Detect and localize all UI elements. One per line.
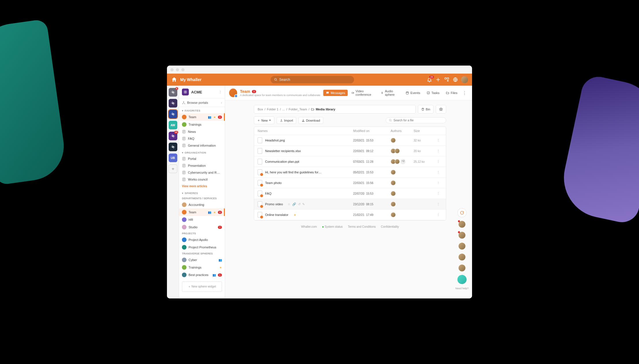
row-more-button[interactable]: ⋮ [434, 160, 442, 164]
sidebar-item[interactable]: Trainings [179, 121, 225, 128]
contact-avatar[interactable] [458, 253, 466, 261]
sidebar-item[interactable]: Cyber👥 [179, 256, 225, 264]
browse-portals[interactable]: Browse portals › [179, 99, 225, 107]
settings-button[interactable] [452, 77, 458, 83]
row-more-button[interactable]: ⋮ [434, 170, 442, 174]
tab-messages[interactable]: Messages [323, 90, 348, 96]
rail-item[interactable] [169, 110, 177, 118]
sidebar-item[interactable]: Presentation [179, 162, 225, 169]
col-authors[interactable]: Authors [391, 129, 414, 133]
row-more-button[interactable]: ⋮ [434, 139, 442, 142]
rail-item[interactable]: 9 [169, 88, 177, 97]
author-avatar[interactable] [391, 170, 396, 175]
bin-button[interactable]: Bin [418, 105, 433, 114]
tab-events[interactable]: Events [403, 90, 423, 96]
sidebar-item[interactable]: Best practices👥1 [179, 271, 225, 279]
sidebar-item[interactable]: Team👥★3 [179, 113, 225, 121]
section-spheres[interactable]: ▾SPHERES [179, 189, 225, 196]
breadcrumb-part[interactable]: Box [258, 108, 263, 111]
tab-files[interactable]: Files [443, 90, 460, 96]
global-search-input[interactable] [279, 78, 351, 82]
new-sphere-widget[interactable]: ＋ New sphere widget [182, 281, 222, 292]
traffic-light-minimize[interactable] [176, 68, 179, 71]
col-size[interactable]: Size [414, 129, 434, 133]
section-favorites[interactable]: ▾FAVORITES [179, 107, 225, 113]
author-avatar[interactable] [395, 159, 400, 164]
rail-add-button[interactable]: ＋ [169, 164, 177, 173]
contact-avatar[interactable] [458, 231, 466, 239]
table-row[interactable]: FAQ22/07/2015:53⋮ [254, 188, 446, 199]
breadcrumb-part[interactable]: ... [282, 108, 285, 111]
favorite-button[interactable] [436, 105, 446, 114]
notifications-button[interactable]: 28 [427, 77, 432, 83]
col-names[interactable]: Names [258, 129, 353, 133]
author-avatar[interactable] [391, 138, 396, 143]
tab-tasks[interactable]: Tasks [424, 90, 442, 96]
home-icon[interactable] [171, 76, 177, 83]
download-button[interactable]: Download [298, 117, 323, 124]
user-avatar[interactable] [461, 76, 468, 83]
rail-item[interactable]: AW [169, 121, 177, 129]
contact-avatar[interactable] [458, 220, 466, 228]
sidebar-item[interactable]: Cybersecurity and RGPD [179, 169, 225, 176]
org-logo[interactable] [182, 89, 189, 95]
sphere-more-button[interactable]: ⋮ [461, 90, 468, 96]
row-more-button[interactable]: ⋮ [434, 149, 442, 153]
footer-status[interactable]: ● System status [322, 225, 343, 228]
author-avatar[interactable] [391, 180, 396, 185]
tab-audio[interactable]: Audio sphere [378, 88, 402, 98]
sidebar-item[interactable]: FAQ [179, 135, 225, 142]
table-row[interactable]: Communication plan.ppt07/03/2111:28+225,… [254, 156, 446, 167]
new-button[interactable]: ＋ New ▼ [254, 116, 274, 124]
contact-avatar[interactable] [458, 242, 466, 250]
file-search[interactable] [386, 117, 446, 123]
sidebar-item[interactable]: Team👥★3 [179, 208, 225, 216]
sidebar-item[interactable]: Trainings★ [179, 264, 225, 271]
help-bot-button[interactable] [457, 275, 467, 284]
rail-item[interactable]: 14 [169, 132, 177, 140]
sidebar-item[interactable]: Portal [179, 155, 225, 162]
section-organization[interactable]: ▾ORGANIZATION [179, 149, 225, 155]
authors-more[interactable]: +2 [400, 159, 406, 164]
traffic-light-zoom[interactable] [181, 68, 185, 71]
table-row[interactable]: Hi, here you will find the guidelines fo… [254, 167, 446, 178]
row-action-icon[interactable]: ✎ [302, 202, 305, 206]
row-action-icon[interactable]: ↺ [298, 202, 301, 206]
row-more-button[interactable]: ⋮ [434, 213, 442, 217]
row-more-button[interactable]: ⋮ [434, 181, 442, 185]
add-contact-button[interactable] [457, 208, 467, 217]
table-row[interactable]: Newsletter recipients.xlsx22/03/2109:122… [254, 146, 446, 156]
sidebar-item[interactable]: HR [179, 216, 225, 223]
sidebar-item[interactable]: Accounting [179, 201, 225, 208]
sidebar-item[interactable]: Project Apollo [179, 236, 225, 244]
help-label[interactable]: Need help? [455, 287, 469, 290]
file-search-input[interactable] [393, 119, 443, 122]
breadcrumb-part[interactable]: Folder 1 [267, 108, 278, 111]
sidebar-item[interactable]: Studio7 [179, 223, 225, 231]
table-row[interactable]: Online translator★21/02/2117:49⋮ [254, 210, 446, 220]
table-row[interactable]: Headshot.png22/03/2115:5332 ko⋮ [254, 135, 446, 146]
author-avatar[interactable] [391, 191, 396, 196]
sidebar-item[interactable]: News [179, 128, 225, 135]
rail-item[interactable] [169, 143, 177, 151]
add-button[interactable] [435, 77, 441, 83]
tab-video[interactable]: Video conference [349, 88, 377, 98]
table-row[interactable]: Promo video☆🔗↺✎23/12/2008:15⋮ [254, 199, 446, 210]
row-more-button[interactable]: ⋮ [434, 202, 442, 206]
author-avatar[interactable] [391, 202, 396, 207]
apps-button[interactable] [444, 77, 450, 83]
table-row[interactable]: Team photo22/03/2115:56⋮ [254, 178, 446, 188]
author-avatar[interactable] [391, 212, 396, 217]
row-action-icon[interactable]: ☆ [288, 202, 290, 206]
contact-avatar[interactable] [458, 264, 466, 272]
global-search[interactable] [271, 76, 354, 83]
rail-item[interactable] [169, 99, 177, 108]
import-button[interactable]: Import [277, 117, 296, 124]
sphere-avatar[interactable] [229, 89, 237, 97]
breadcrumb-part[interactable]: Folder_Team [289, 108, 307, 111]
col-modified[interactable]: Modified on [353, 129, 391, 133]
author-avatar[interactable] [395, 148, 400, 154]
row-more-button[interactable]: ⋮ [434, 192, 442, 196]
sidebar-item[interactable]: Project Prometheus [179, 244, 225, 251]
footer-confidentiality[interactable]: Confidentiality [381, 225, 399, 228]
